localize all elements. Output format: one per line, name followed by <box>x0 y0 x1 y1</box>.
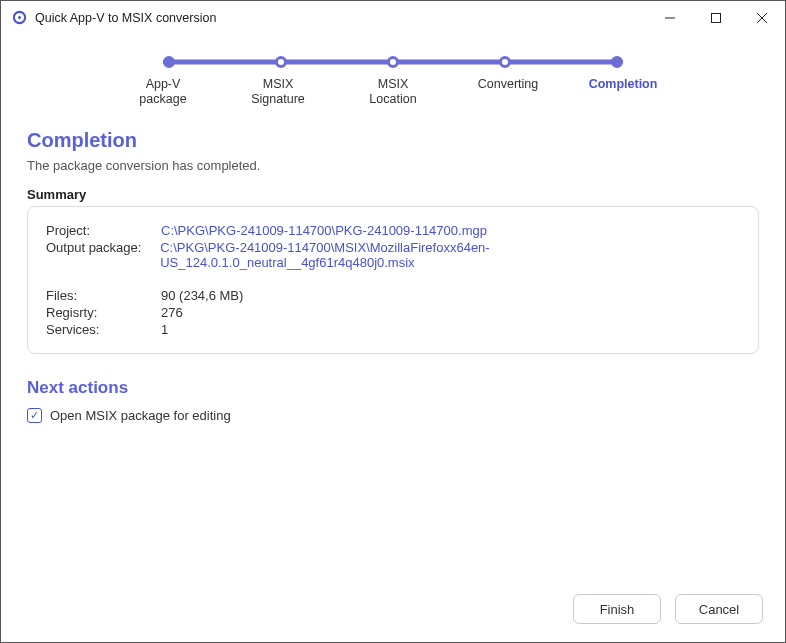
stepper-dot-0 <box>163 56 175 68</box>
next-actions-heading: Next actions <box>27 378 759 398</box>
content-area: App-V packageMSIX SignatureMSIX Location… <box>1 35 785 580</box>
svg-point-1 <box>18 16 21 19</box>
summary-row: Output package:C:\PKG\PKG-241009-114700\… <box>46 240 740 270</box>
summary-label: Project: <box>46 223 161 238</box>
summary-label: Regisrty: <box>46 305 161 320</box>
stepper-label-1: MSIX Signature <box>238 77 318 107</box>
stepper-label-2: MSIX Location <box>353 77 433 107</box>
summary-label: Services: <box>46 322 161 337</box>
summary-row: Regisrty:276 <box>46 305 740 320</box>
finish-button[interactable]: Finish <box>573 594 661 624</box>
page-description: The package conversion has completed. <box>27 158 759 173</box>
summary-label: Output package: <box>46 240 160 270</box>
summary-row: Services:1 <box>46 322 740 337</box>
stepper-label-3: Converting <box>468 77 548 107</box>
stepper-dot-3 <box>499 56 511 68</box>
wizard-stepper: App-V packageMSIX SignatureMSIX Location… <box>27 45 759 123</box>
summary-value: 90 (234,6 MB) <box>161 288 243 303</box>
window-title: Quick App-V to MSIX conversion <box>35 11 216 25</box>
footer: Finish Cancel <box>1 580 785 642</box>
summary-link[interactable]: C:\PKG\PKG-241009-114700\PKG-241009-1147… <box>161 223 487 238</box>
summary-link[interactable]: C:\PKG\PKG-241009-114700\MSIX\MozillaFir… <box>160 240 740 270</box>
stepper-dot-1 <box>275 56 287 68</box>
stepper-dot-4 <box>611 56 623 68</box>
titlebar: Quick App-V to MSIX conversion <box>1 1 785 35</box>
app-icon <box>11 10 27 26</box>
summary-value: 1 <box>161 322 168 337</box>
stepper-label-4: Completion <box>583 77 663 107</box>
cancel-button[interactable]: Cancel <box>675 594 763 624</box>
svg-rect-3 <box>712 13 721 22</box>
page-title: Completion <box>27 129 759 152</box>
summary-box: Project:C:\PKG\PKG-241009-114700\PKG-241… <box>27 206 759 354</box>
summary-row: Project:C:\PKG\PKG-241009-114700\PKG-241… <box>46 223 740 238</box>
checkbox-icon[interactable]: ✓ <box>27 408 42 423</box>
close-button[interactable] <box>739 1 785 35</box>
summary-heading: Summary <box>27 187 759 202</box>
open-msix-checkbox-row[interactable]: ✓ Open MSIX package for editing <box>27 408 759 423</box>
summary-value: 276 <box>161 305 183 320</box>
summary-label: Files: <box>46 288 161 303</box>
stepper-dot-2 <box>387 56 399 68</box>
summary-row: Files:90 (234,6 MB) <box>46 288 740 303</box>
stepper-label-0: App-V package <box>123 77 203 107</box>
open-msix-label: Open MSIX package for editing <box>50 408 231 423</box>
maximize-button[interactable] <box>693 1 739 35</box>
minimize-button[interactable] <box>647 1 693 35</box>
window-controls <box>647 1 785 35</box>
